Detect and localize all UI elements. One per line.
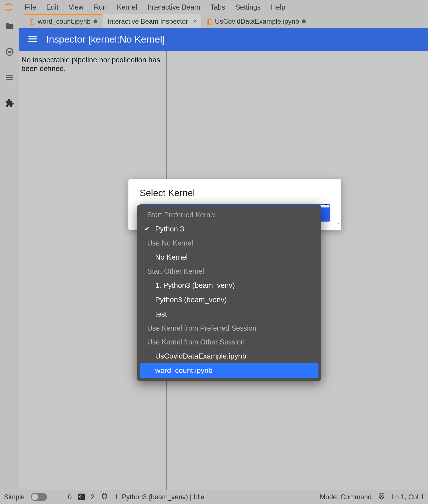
dirty-indicator-icon bbox=[93, 19, 97, 23]
mode-indicator[interactable]: Mode: Command bbox=[320, 493, 372, 501]
check-icon: ✔ bbox=[144, 225, 150, 233]
kernel-picker-popup: Start Preferred Kernel ✔ Python 3 Use No… bbox=[137, 205, 321, 381]
option-label: Python 3 bbox=[155, 225, 184, 233]
option-label: 1. Python3 (beam_venv) bbox=[155, 281, 235, 289]
inspector-title: Inspector [kernel:No Kernel] bbox=[46, 34, 165, 45]
menu-help[interactable]: Help bbox=[266, 1, 290, 14]
simple-toggle[interactable] bbox=[31, 493, 47, 501]
tab-bar: word_count.ipynb Interactive Beam Inspec… bbox=[19, 14, 428, 28]
jupyter-logo-icon bbox=[3, 1, 14, 13]
resize-handle-icon[interactable]: ⋰ bbox=[335, 222, 340, 228]
tab-word-count[interactable]: word_count.ipynb bbox=[24, 14, 102, 28]
menu-file[interactable]: File bbox=[20, 1, 41, 14]
status-count-2[interactable]: 2 bbox=[91, 493, 95, 501]
option-label: UsCovidDataExample.ipynb bbox=[155, 352, 246, 360]
menu-bar: File Edit View Run Kernel Interactive Be… bbox=[0, 0, 428, 14]
notebook-icon bbox=[206, 19, 212, 24]
kernel-option-beam-venv-2[interactable]: Python3 (beam_venv) bbox=[137, 293, 321, 307]
kernel-option-python3[interactable]: ✔ Python 3 bbox=[137, 222, 321, 236]
group-start-preferred: Start Preferred Kernel bbox=[137, 208, 321, 222]
terminal-icon[interactable]: $_ bbox=[78, 494, 85, 500]
menu-edit[interactable]: Edit bbox=[41, 1, 63, 14]
kernel-option-no-kernel[interactable]: No Kernel bbox=[137, 250, 321, 264]
hamburger-icon[interactable] bbox=[28, 34, 38, 45]
option-label: test bbox=[155, 310, 167, 318]
running-icon[interactable] bbox=[5, 47, 15, 57]
dirty-indicator-icon bbox=[302, 19, 306, 23]
cursor-position[interactable]: Ln 1, Col 1 bbox=[391, 493, 424, 501]
tab-uscovid[interactable]: UsCovidDataExample.ipynb bbox=[201, 14, 311, 28]
kernel-option-uscovid-session[interactable]: UsCovidDataExample.ipynb bbox=[137, 349, 321, 363]
close-icon[interactable]: × bbox=[193, 18, 197, 25]
svg-rect-2 bbox=[30, 20, 34, 24]
toc-icon[interactable] bbox=[5, 72, 15, 83]
tab-inspector[interactable]: Interactive Beam Inspector × bbox=[102, 14, 201, 28]
simple-label: Simple bbox=[4, 493, 24, 501]
trust-icon[interactable] bbox=[378, 492, 385, 501]
kernel-status-text[interactable]: 1. Python3 (beam_venv) | Idle bbox=[114, 493, 204, 501]
svg-rect-3 bbox=[207, 20, 211, 24]
group-start-other: Start Other Kernel bbox=[137, 264, 321, 278]
menu-tabs[interactable]: Tabs bbox=[205, 1, 230, 14]
kernel-option-beam-venv-1[interactable]: 1. Python3 (beam_venv) bbox=[137, 278, 321, 293]
status-bar: Simple 0 $_ 2 1. Python3 (beam_venv) | I… bbox=[0, 490, 428, 504]
menu-settings[interactable]: Settings bbox=[230, 1, 266, 14]
option-label: No Kernel bbox=[155, 253, 188, 261]
group-other-session: Use Kernel from Other Session bbox=[137, 335, 321, 349]
folder-icon[interactable] bbox=[5, 21, 15, 31]
menu-view[interactable]: View bbox=[63, 1, 89, 14]
menu-interactive-beam[interactable]: Interactive Beam bbox=[142, 1, 205, 14]
option-label: word_count.ipynb bbox=[155, 366, 213, 375]
tab-label: word_count.ipynb bbox=[38, 17, 91, 25]
tab-label: Interactive Beam Inspector bbox=[108, 17, 188, 25]
tab-label: UsCovidDataExample.ipynb bbox=[215, 17, 299, 25]
extension-icon[interactable] bbox=[5, 98, 15, 108]
inspector-empty-message: No inspectable pipeline nor pcollection … bbox=[21, 56, 160, 73]
dialog-title: Select Kernel bbox=[140, 188, 330, 198]
menu-kernel[interactable]: Kernel bbox=[112, 1, 142, 14]
menu-run[interactable]: Run bbox=[89, 1, 112, 14]
status-count-0[interactable]: 0 bbox=[68, 493, 72, 501]
svg-rect-1 bbox=[8, 51, 11, 53]
group-preferred-session: Use Kernel from Preferred Session bbox=[137, 321, 321, 335]
kernel-status-icon[interactable] bbox=[101, 492, 108, 501]
left-sidebar bbox=[0, 14, 19, 490]
option-label: Python3 (beam_venv) bbox=[155, 295, 227, 304]
inspector-header: Inspector [kernel:No Kernel] bbox=[19, 28, 428, 51]
kernel-option-wordcount-session[interactable]: word_count.ipynb bbox=[140, 363, 318, 378]
group-use-no-kernel: Use No Kernel bbox=[137, 236, 321, 250]
kernel-option-test[interactable]: test bbox=[137, 307, 321, 321]
notebook-icon bbox=[29, 19, 35, 24]
svg-rect-4 bbox=[103, 494, 106, 498]
